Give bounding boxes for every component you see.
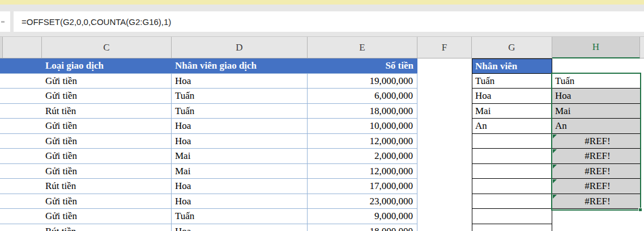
cell-employee[interactable]: Hoa — [172, 179, 308, 194]
cell-employee[interactable]: Hoa — [172, 119, 308, 134]
cell-employee[interactable]: Mai — [172, 164, 308, 179]
cell-b[interactable] — [0, 89, 42, 104]
table-row: Rút tiền Hoa 18,000,000 — [0, 224, 644, 231]
sheet-grid: Loại giao dịch Nhân viên giao dịch Số ti… — [0, 58, 644, 231]
cell-amount[interactable]: 17,000,000 — [308, 179, 417, 194]
cell-transaction-type[interactable]: Gửi tiền — [42, 164, 172, 179]
column-header-e[interactable]: E — [308, 37, 417, 58]
cell-employee[interactable]: Hoa — [172, 74, 308, 89]
cell-amount[interactable]: 19,000,000 — [308, 74, 417, 89]
cell-b[interactable] — [0, 134, 42, 149]
cell-transaction-type[interactable]: Rút tiền — [42, 224, 172, 231]
cell-staff-list[interactable] — [472, 134, 552, 149]
formula-input[interactable]: =OFFSET(G2,0,0,COUNTA(G2:G16),1) — [14, 11, 644, 32]
cell-transaction-type[interactable]: Gửi tiền — [42, 134, 172, 149]
name-box[interactable] — [0, 11, 10, 32]
column-header-d[interactable]: D — [172, 37, 308, 58]
cell-employee[interactable]: Hoa — [172, 224, 308, 231]
cell-e1-header[interactable]: Số tiền — [308, 58, 417, 74]
cell-offset-result[interactable]: Tuấn — [552, 74, 640, 89]
cell-amount[interactable]: 6,000,000 — [308, 89, 417, 104]
cell-f[interactable] — [417, 209, 472, 224]
cell-amount[interactable]: 2,000,000 — [308, 149, 417, 164]
cell-h1[interactable] — [552, 58, 640, 74]
cell-transaction-type[interactable]: Gửi tiền — [42, 119, 172, 134]
cell-d1-header[interactable]: Nhân viên giao dịch — [172, 58, 308, 74]
cell-offset-result[interactable]: #REF! — [552, 194, 640, 209]
column-letter: D — [236, 42, 242, 53]
cell-offset-result[interactable]: Mai — [552, 104, 640, 119]
cell-transaction-type[interactable]: Gửi tiền — [42, 74, 172, 89]
cell-employee[interactable]: Hoa — [172, 134, 308, 149]
cell-staff-list[interactable] — [472, 164, 552, 179]
cell-transaction-type[interactable]: Rút tiền — [42, 104, 172, 119]
cell-f[interactable] — [417, 134, 472, 149]
cell-employee[interactable]: Tuấn — [172, 209, 308, 224]
column-header-c[interactable]: C — [42, 37, 172, 58]
cell-offset-result[interactable] — [552, 209, 640, 224]
column-header-f[interactable]: F — [417, 37, 472, 58]
cell-b[interactable] — [0, 224, 42, 231]
cell-c1-header[interactable]: Loại giao dịch — [42, 58, 172, 74]
column-header-g[interactable]: G — [472, 37, 552, 58]
column-letter: F — [442, 42, 447, 53]
cell-transaction-type[interactable]: Gửi tiền — [42, 89, 172, 104]
cell-f[interactable] — [417, 119, 472, 134]
cell-transaction-type[interactable]: Gửi tiền — [42, 194, 172, 209]
cell-staff-list[interactable] — [472, 149, 552, 164]
cell-f[interactable] — [417, 89, 472, 104]
cell-staff-list[interactable] — [472, 194, 552, 209]
cell-f1[interactable] — [417, 58, 472, 74]
cell-b[interactable] — [0, 74, 42, 89]
cell-f[interactable] — [417, 104, 472, 119]
cell-employee[interactable]: Hoa — [172, 194, 308, 209]
cell-amount[interactable]: 12,000,000 — [308, 134, 417, 149]
cell-staff-list[interactable] — [472, 209, 552, 224]
cell-b[interactable] — [0, 119, 42, 134]
fill-handle[interactable] — [638, 208, 642, 212]
cell-b[interactable] — [0, 149, 42, 164]
cell-f[interactable] — [417, 194, 472, 209]
cell-offset-result[interactable]: #REF! — [552, 134, 640, 149]
cell-staff-list[interactable]: Mai — [472, 104, 552, 119]
cell-f[interactable] — [417, 149, 472, 164]
cell-b1[interactable] — [0, 58, 42, 74]
cell-offset-result[interactable] — [552, 224, 640, 231]
cell-b[interactable] — [0, 164, 42, 179]
cell-staff-list[interactable] — [472, 179, 552, 194]
cell-offset-result[interactable]: #REF! — [552, 149, 640, 164]
cell-staff-list[interactable]: An — [472, 119, 552, 134]
error-indicator-icon — [553, 135, 557, 138]
cell-offset-result[interactable]: Hoa — [552, 89, 640, 104]
cell-staff-list[interactable]: Tuấn — [472, 74, 552, 89]
cell-amount[interactable]: 18,000,000 — [308, 104, 417, 119]
cell-amount[interactable]: 18,000,000 — [308, 224, 417, 231]
cell-amount[interactable]: 10,000,000 — [308, 119, 417, 134]
cell-staff-list[interactable]: Hoa — [472, 89, 552, 104]
cell-amount[interactable]: 23,000,000 — [308, 194, 417, 209]
cell-g1-header[interactable]: Nhân viên — [472, 58, 552, 74]
column-header-h[interactable]: H — [552, 37, 640, 58]
cell-f[interactable] — [417, 224, 472, 231]
cell-staff-list[interactable] — [472, 224, 552, 231]
cell-f[interactable] — [417, 74, 472, 89]
cell-b[interactable] — [0, 194, 42, 209]
table-row: Gửi tiền Mai 12,000,000 #REF! — [0, 164, 644, 179]
cell-b[interactable] — [0, 104, 42, 119]
cell-employee[interactable]: Mai — [172, 149, 308, 164]
cell-amount[interactable]: 9,000,000 — [308, 209, 417, 224]
cell-b[interactable] — [0, 179, 42, 194]
cell-f[interactable] — [417, 164, 472, 179]
cell-f[interactable] — [417, 179, 472, 194]
cell-employee[interactable]: Tuấn — [172, 89, 308, 104]
cell-amount[interactable]: 12,000,000 — [308, 164, 417, 179]
cell-offset-result[interactable]: #REF! — [552, 179, 640, 194]
cell-transaction-type[interactable]: Gửi tiền — [42, 209, 172, 224]
cell-employee[interactable]: Tuấn — [172, 104, 308, 119]
column-header-b[interactable] — [3, 37, 42, 58]
cell-b[interactable] — [0, 209, 42, 224]
cell-offset-result[interactable]: #REF! — [552, 164, 640, 179]
cell-transaction-type[interactable]: Rút tiền — [42, 179, 172, 194]
cell-offset-result[interactable]: An — [552, 119, 640, 134]
cell-transaction-type[interactable]: Gửi tiền — [42, 149, 172, 164]
